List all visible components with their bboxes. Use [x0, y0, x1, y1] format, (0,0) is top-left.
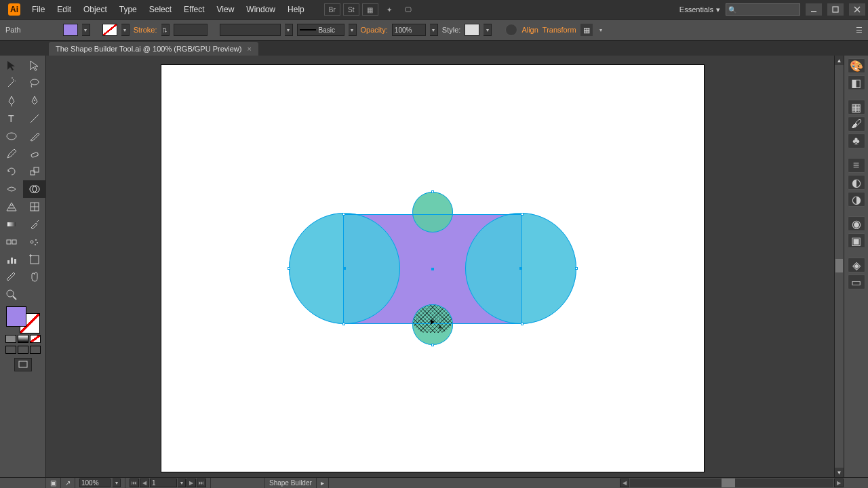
screen-mode[interactable] — [14, 358, 32, 371]
search-input[interactable]: 🔍 — [726, 3, 800, 16]
maximize-button[interactable] — [827, 3, 844, 16]
line-tool[interactable] — [23, 110, 46, 127]
fill-stroke-control[interactable] — [0, 304, 46, 374]
style-swatch[interactable] — [465, 24, 479, 36]
stroke-panel-icon[interactable]: ≡ — [848, 158, 865, 173]
artboard-dropdown[interactable]: ▾ — [178, 479, 186, 487]
draw-behind[interactable] — [18, 346, 28, 354]
eraser-tool[interactable] — [23, 145, 46, 163]
symbols-panel-icon[interactable]: ♣ — [848, 134, 865, 148]
pencil-tool[interactable] — [0, 145, 23, 163]
last-artboard-button[interactable]: ⏭ — [197, 479, 206, 487]
hscroll-thumb[interactable] — [722, 479, 735, 487]
artboards-panel-icon[interactable]: ▭ — [848, 274, 865, 289]
ellipse-tool[interactable] — [0, 127, 23, 145]
zoom-tool[interactable] — [0, 286, 23, 304]
color-guide-panel-icon[interactable]: ◧ — [848, 75, 865, 90]
style-dropdown[interactable]: ▾ — [484, 24, 492, 36]
opacity-dropdown[interactable]: ▾ — [430, 24, 438, 36]
stroke-weight-input[interactable] — [174, 24, 208, 36]
hscroll-left[interactable]: ◀ — [620, 479, 629, 487]
menu-effect[interactable]: Effect — [178, 5, 210, 14]
width-tool[interactable] — [0, 180, 23, 198]
fill-dropdown[interactable]: ▾ — [82, 24, 90, 36]
color-mode-none[interactable] — [30, 335, 41, 343]
curvature-tool[interactable] — [23, 92, 46, 110]
artboard-number-input[interactable] — [150, 479, 177, 487]
first-artboard-button[interactable]: ⏮ — [130, 479, 139, 487]
stroke-weight-stepper[interactable]: ⮁ — [161, 24, 170, 36]
symbol-sprayer-tool[interactable] — [23, 233, 46, 251]
align-link[interactable]: Align — [521, 26, 538, 34]
brushes-panel-icon[interactable]: 🖌 — [848, 117, 865, 131]
swatches-panel-icon[interactable]: ▦ — [848, 100, 865, 115]
eyedropper-tool[interactable] — [23, 216, 46, 233]
mesh-tool[interactable] — [23, 198, 46, 216]
basic-dropdown[interactable]: ▾ — [349, 24, 357, 36]
transform-link[interactable]: Transform — [542, 26, 576, 34]
layers-panel-icon[interactable]: ◈ — [848, 258, 865, 272]
direct-selection-tool[interactable] — [23, 57, 46, 75]
more-options-dropdown[interactable]: ▾ — [597, 24, 605, 36]
gpu-icon[interactable]: ✦ — [381, 3, 397, 16]
zoom-dropdown[interactable]: ▾ — [113, 479, 121, 487]
rotate-tool[interactable] — [0, 163, 23, 180]
close-tab-icon[interactable]: × — [247, 45, 251, 53]
recolor-icon[interactable] — [505, 24, 517, 36]
draw-normal[interactable] — [5, 346, 16, 354]
close-button[interactable] — [849, 3, 865, 16]
fill-swatch[interactable] — [63, 24, 78, 36]
status-icon-1[interactable]: ▣ — [46, 478, 61, 488]
scale-tool[interactable] — [23, 163, 46, 180]
graphic-styles-panel-icon[interactable]: ▣ — [848, 233, 865, 248]
bridge-icon[interactable]: Br — [324, 3, 340, 16]
controlbar-collapse-icon[interactable]: ☰ — [856, 26, 863, 35]
color-mode-solid[interactable] — [5, 335, 16, 343]
menu-type[interactable]: Type — [113, 5, 143, 14]
transparency-panel-icon[interactable]: ◑ — [848, 192, 865, 207]
slice-tool[interactable] — [0, 268, 23, 286]
fill-square[interactable] — [6, 306, 26, 327]
color-mode-gradient[interactable] — [18, 335, 28, 343]
menu-view[interactable]: View — [211, 5, 241, 14]
arrange-doc-icon[interactable]: ▦ — [362, 3, 378, 16]
minimize-button[interactable] — [806, 3, 822, 16]
workspace-switcher[interactable]: Essentials ▾ — [679, 5, 720, 14]
canvas[interactable]: + — [46, 56, 844, 477]
status-menu-arrow[interactable]: ▸ — [317, 478, 329, 488]
brush-definition-input[interactable] — [220, 24, 281, 36]
gradient-panel-icon[interactable]: ◐ — [848, 175, 865, 190]
menu-help[interactable]: Help — [281, 5, 311, 14]
vertical-scrollbar[interactable]: ▲ ▼ — [834, 56, 844, 477]
graphic-style-basic[interactable]: Basic — [297, 24, 344, 36]
isolate-icon[interactable]: ▦ — [580, 24, 593, 36]
pen-tool[interactable] — [0, 92, 23, 110]
paintbrush-tool[interactable] — [23, 127, 46, 145]
artboard-tool[interactable] — [23, 251, 46, 268]
blend-tool[interactable] — [0, 233, 23, 251]
brush-dropdown[interactable]: ▾ — [285, 24, 293, 36]
column-graph-tool[interactable] — [0, 251, 23, 268]
magic-wand-tool[interactable] — [0, 75, 23, 92]
status-icon-2[interactable]: ↗ — [61, 478, 75, 488]
stroke-dropdown[interactable]: ▾ — [121, 24, 130, 36]
hscroll-right[interactable]: ▶ — [834, 479, 844, 487]
display-icon[interactable]: 🖵 — [400, 3, 416, 16]
stroke-link[interactable]: Stroke: — [134, 26, 157, 34]
scroll-thumb[interactable] — [835, 259, 843, 272]
selection-tool[interactable] — [0, 57, 23, 75]
opacity-input[interactable] — [392, 24, 426, 36]
perspective-tool[interactable] — [0, 198, 23, 216]
type-tool[interactable]: T — [0, 110, 23, 127]
shape-builder-tool[interactable] — [23, 180, 46, 198]
hand-tool[interactable] — [23, 268, 46, 286]
document-tab[interactable]: The Shape Builder Tool.ai @ 100% (RGB/GP… — [49, 42, 258, 56]
color-panel-icon[interactable]: 🎨 — [848, 58, 865, 73]
scroll-up-arrow[interactable]: ▲ — [835, 56, 844, 65]
next-artboard-button[interactable]: ▶ — [186, 479, 196, 487]
gradient-tool[interactable] — [0, 216, 23, 233]
menu-object[interactable]: Object — [77, 5, 113, 14]
stroke-swatch[interactable] — [102, 24, 117, 36]
menu-edit[interactable]: Edit — [51, 5, 77, 14]
stock-icon[interactable]: St — [343, 3, 359, 16]
